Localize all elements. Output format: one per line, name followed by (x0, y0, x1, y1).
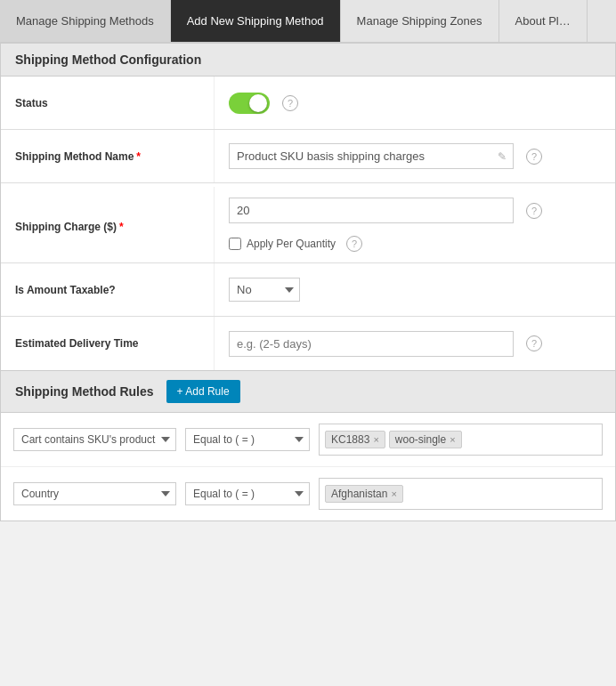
rule-row-1: Cart contains SKU's product Country Weig… (1, 413, 615, 467)
shipping-name-required: * (136, 150, 141, 163)
rule1-condition-select[interactable]: Cart contains SKU's product Country Weig… (13, 428, 176, 451)
apply-per-quantity-row: Apply Per Quantity ? (229, 236, 601, 252)
taxable-row: Is Amount Taxable? No Yes (1, 263, 615, 317)
taxable-label: Is Amount Taxable? (1, 263, 215, 316)
shipping-name-input-wrapper: ✎ (229, 143, 514, 169)
delivery-time-input[interactable] (229, 331, 514, 357)
status-value: ? (215, 82, 615, 125)
status-row: Status ? (1, 77, 615, 130)
shipping-charge-input[interactable] (229, 198, 514, 223)
config-section-title: Shipping Method Configuration (15, 52, 201, 67)
rule2-condition-select[interactable]: Cart contains SKU's product Country Weig… (13, 482, 176, 505)
rule1-tag-1: KC1883 × (325, 431, 385, 448)
rule1-tag-1-label: KC1883 (331, 433, 369, 446)
config-table: Status ? Shipping Method Name * ✎ ? Ship… (0, 76, 616, 371)
shipping-charge-required: * (119, 221, 124, 233)
rule1-operator-select[interactable]: Equal to ( = ) Not equal to Contains (185, 428, 310, 451)
shipping-charge-help-icon[interactable]: ? (526, 203, 542, 219)
delivery-time-label: Estimated Delivery Time (1, 317, 215, 370)
apply-per-quantity-checkbox[interactable] (229, 238, 241, 250)
rule-row-2: Cart contains SKU's product Country Weig… (1, 467, 615, 521)
status-help-icon[interactable]: ? (282, 95, 298, 111)
rules-section-header: Shipping Method Rules + Add Rule (0, 371, 616, 412)
rule2-tag-1-label: Afghanistan (331, 488, 387, 500)
taxable-value: No Yes (215, 267, 615, 312)
shipping-charge-label: Shipping Charge ($) * (1, 187, 215, 262)
apply-per-quantity-label: Apply Per Quantity (247, 238, 336, 250)
delivery-time-help-icon[interactable]: ? (526, 335, 542, 351)
apq-help-icon[interactable]: ? (346, 236, 362, 252)
shipping-name-row: Shipping Method Name * ✎ ? (1, 130, 615, 183)
tab-manage-zones[interactable]: Manage Shipping Zones (341, 0, 499, 42)
rules-section-title: Shipping Method Rules (15, 384, 154, 399)
rule1-tag-2: woo-single × (389, 431, 462, 448)
taxable-select[interactable]: No Yes (229, 278, 300, 302)
delivery-time-value: ? (215, 320, 615, 367)
delivery-time-row: Estimated Delivery Time ? (1, 317, 615, 370)
tab-bar: Manage Shipping Methods Add New Shipping… (0, 0, 616, 43)
add-rule-button[interactable]: + Add Rule (166, 380, 240, 403)
shipping-charge-value: ? Apply Per Quantity ? (215, 187, 615, 262)
shipping-name-edit-icon: ✎ (498, 150, 507, 163)
rule2-tags-area: Afghanistan × (319, 478, 603, 510)
rule1-tag-2-close[interactable]: × (450, 435, 455, 445)
tab-add-new-shipping[interactable]: Add New Shipping Method (171, 0, 341, 42)
tab-manage-shipping[interactable]: Manage Shipping Methods (0, 0, 171, 42)
status-toggle[interactable] (229, 93, 270, 114)
rule1-tags-area: KC1883 × woo-single × (319, 424, 603, 456)
shipping-name-help-icon[interactable]: ? (526, 149, 542, 165)
shipping-name-value: ✎ ? (215, 133, 615, 180)
status-label: Status (1, 77, 215, 129)
shipping-name-input[interactable] (229, 143, 514, 169)
tab-about[interactable]: About Pl… (499, 0, 588, 42)
config-section-header: Shipping Method Configuration (0, 43, 616, 76)
rule1-tag-1-close[interactable]: × (373, 435, 378, 445)
rule1-tag-2-label: woo-single (395, 433, 446, 446)
shipping-charge-row: Shipping Charge ($) * ? Apply Per Quanti… (1, 183, 615, 263)
rule2-operator-select[interactable]: Equal to ( = ) Not equal to Contains (185, 482, 310, 505)
rules-table: Cart contains SKU's product Country Weig… (0, 412, 616, 521)
rule2-tag-1: Afghanistan × (325, 485, 403, 503)
rule2-tag-1-close[interactable]: × (391, 489, 396, 499)
shipping-name-label: Shipping Method Name * (1, 130, 215, 182)
